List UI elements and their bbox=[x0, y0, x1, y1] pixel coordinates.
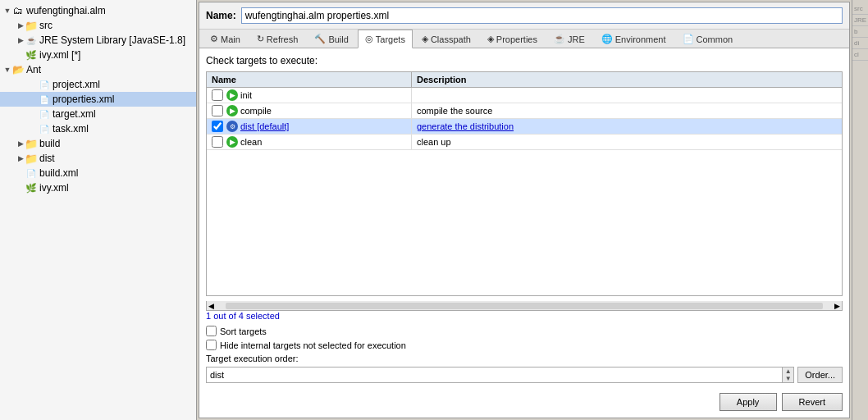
xml-icon: 📄 bbox=[38, 107, 51, 121]
properties-tab-icon: ◈ bbox=[487, 34, 494, 44]
folder-icon: 📁 bbox=[25, 152, 38, 165]
targets-table: Name Description ▶ init ▶ compile c bbox=[206, 71, 843, 296]
target-green-icon: ▶ bbox=[226, 136, 238, 148]
sidebar-item-dist[interactable]: ▶ 📁 dist bbox=[0, 151, 196, 166]
main-tab-icon: ⚙ bbox=[210, 34, 218, 44]
overflow-item: cl bbox=[852, 49, 868, 61]
execution-order-input[interactable] bbox=[206, 367, 783, 383]
row-checkbox-clean[interactable] bbox=[212, 136, 223, 148]
target-gear-icon: ⚙ bbox=[226, 121, 238, 132]
sidebar-item-label: Ant bbox=[26, 64, 41, 75]
xml-icon: 📄 bbox=[38, 93, 51, 106]
sidebar-item-ant[interactable]: ▼ 📂 Ant bbox=[0, 62, 196, 77]
sidebar-item-label: properties.xml bbox=[53, 94, 114, 105]
scroll-down-btn[interactable]: ▼ bbox=[783, 375, 793, 382]
execution-row: ▲ ▼ Order... bbox=[206, 367, 843, 383]
row-checkbox-dist[interactable] bbox=[212, 121, 223, 132]
sidebar-item-ivy-root[interactable]: 🌿 ivy.xml bbox=[0, 180, 196, 195]
sidebar-item-project-xml[interactable]: 📄 project.xml bbox=[0, 77, 196, 92]
row-name-init: ▶ init bbox=[207, 88, 412, 103]
execution-scrollbar: ▲ ▼ bbox=[783, 367, 794, 383]
table-row: ▶ init bbox=[207, 88, 842, 103]
row-checkbox-compile[interactable] bbox=[212, 105, 223, 116]
build-tab-icon: 🔨 bbox=[314, 34, 326, 44]
expand-icon: ▶ bbox=[16, 21, 25, 30]
row-checkbox-init[interactable] bbox=[212, 89, 223, 101]
table-row: ▶ compile compile the source bbox=[207, 103, 842, 119]
expand-icon bbox=[30, 80, 38, 89]
tab-common[interactable]: 📄 Common bbox=[675, 30, 741, 48]
sidebar-item-ivy-xml[interactable]: 🌿 ivy.xml [*] bbox=[0, 48, 196, 62]
sidebar-item-label: wufengtinghai.alm bbox=[26, 5, 106, 16]
common-tab-icon: 📄 bbox=[683, 34, 694, 44]
tab-properties[interactable]: ◈ Properties bbox=[480, 30, 545, 48]
sort-targets-checkbox[interactable] bbox=[206, 326, 217, 336]
jre-icon: ☕ bbox=[25, 34, 38, 47]
project-icon: 🗂 bbox=[11, 4, 25, 17]
row-label-link[interactable]: dist [default] bbox=[240, 121, 289, 131]
expand-icon bbox=[30, 110, 38, 118]
sidebar-item-properties-xml[interactable]: 📄 properties.xml bbox=[0, 92, 196, 107]
expand-icon bbox=[16, 169, 25, 177]
row-name-compile: ▶ compile bbox=[207, 103, 412, 118]
overflow-item: di bbox=[852, 38, 868, 49]
folder-icon: 📁 bbox=[25, 137, 38, 150]
table-header: Name Description bbox=[207, 72, 842, 88]
name-bar: Name: bbox=[199, 2, 849, 30]
tab-classpath[interactable]: ◈ Classpath bbox=[414, 30, 478, 48]
apply-button[interactable]: Apply bbox=[720, 393, 777, 411]
table-row: ⚙ dist [default] generate the distributi… bbox=[207, 119, 842, 135]
sidebar-item-jre[interactable]: ▶ ☕ JRE System Library [JavaSE-1.8] bbox=[0, 33, 196, 48]
scroll-track bbox=[226, 303, 823, 309]
row-desc-dist: generate the distribution bbox=[412, 120, 842, 133]
hide-internal-checkbox[interactable] bbox=[206, 340, 217, 350]
revert-button[interactable]: Revert bbox=[782, 393, 843, 411]
sidebar-item-build-xml[interactable]: 📄 build.xml bbox=[0, 166, 196, 180]
environment-tab-icon: 🌐 bbox=[601, 34, 613, 44]
overflow-item: b bbox=[852, 26, 868, 38]
project-explorer: ▼ 🗂 wufengtinghai.alm ▶ 📁 src ▶ ☕ JRE Sy… bbox=[0, 0, 197, 420]
tab-environment[interactable]: 🌐 Environment bbox=[594, 30, 674, 48]
main-panel: Name: ⚙ Main ↻ Refresh 🔨 Build ◎ Targets… bbox=[199, 2, 850, 418]
sidebar-item-build[interactable]: ▶ 📁 build bbox=[0, 136, 196, 151]
row-label: init bbox=[240, 90, 252, 100]
scroll-left-btn[interactable]: ◀ bbox=[207, 302, 216, 310]
tab-targets[interactable]: ◎ Targets bbox=[358, 30, 413, 48]
tab-main[interactable]: ⚙ Main bbox=[203, 30, 248, 48]
sidebar-item-label: target.xml bbox=[53, 108, 96, 120]
sidebar-item-src[interactable]: ▶ 📁 src bbox=[0, 18, 196, 33]
row-desc-init bbox=[412, 94, 842, 97]
sidebar-item-root[interactable]: ▼ 🗂 wufengtinghai.alm bbox=[0, 3, 196, 18]
order-button[interactable]: Order... bbox=[797, 367, 843, 383]
tab-build[interactable]: 🔨 Build bbox=[307, 30, 355, 48]
sidebar-item-target-xml[interactable]: 📄 target.xml bbox=[0, 107, 196, 121]
scroll-right-btn[interactable]: ▶ bbox=[833, 302, 842, 310]
expand-icon bbox=[16, 184, 25, 192]
row-name-clean: ▶ clean bbox=[207, 135, 412, 149]
horizontal-scrollbar[interactable]: ◀ ▶ bbox=[206, 301, 843, 311]
scroll-up-btn[interactable]: ▲ bbox=[783, 368, 793, 375]
sort-targets-option: Sort targets bbox=[206, 326, 843, 336]
tab-refresh[interactable]: ↻ Refresh bbox=[249, 30, 306, 48]
target-green-icon: ▶ bbox=[226, 89, 238, 101]
expand-icon bbox=[16, 51, 25, 59]
execution-order-label: Target execution order: bbox=[206, 354, 843, 363]
check-targets-label: Check targets to execute: bbox=[206, 55, 843, 66]
name-input[interactable] bbox=[241, 7, 843, 24]
target-green-icon: ▶ bbox=[226, 105, 238, 116]
expand-icon: ▼ bbox=[3, 7, 11, 15]
selection-info: 1 out of 4 selected bbox=[206, 311, 843, 321]
ivy-icon: 🌿 bbox=[25, 48, 38, 62]
folder-icon: 📁 bbox=[25, 19, 38, 32]
hide-internal-label: Hide internal targets not selected for e… bbox=[220, 340, 406, 350]
jre-tab-icon: ☕ bbox=[554, 34, 565, 44]
col-desc-header: Description bbox=[412, 72, 842, 87]
tab-jre[interactable]: ☕ JRE bbox=[546, 30, 592, 48]
xml-icon: 📄 bbox=[38, 122, 51, 135]
sidebar-item-label: JRE System Library [JavaSE-1.8] bbox=[39, 34, 185, 46]
row-desc-compile: compile the source bbox=[412, 104, 842, 117]
expand-icon: ▶ bbox=[16, 154, 25, 162]
sidebar-item-task-xml[interactable]: 📄 task.xml bbox=[0, 121, 196, 136]
overflow-item: JRE bbox=[852, 15, 868, 26]
row-desc-clean: clean up bbox=[412, 135, 842, 148]
